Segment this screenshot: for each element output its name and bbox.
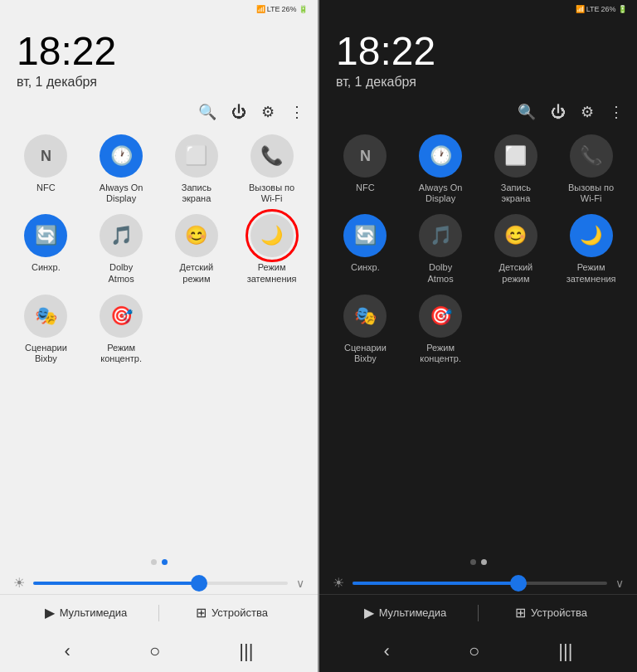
back-icon-left[interactable]: ‹ xyxy=(65,640,71,662)
tile-dark-left[interactable]: 🌙 Режимзатемнения xyxy=(239,214,304,284)
tile-dark-right[interactable]: 🌙 Режимзатемнения xyxy=(558,214,624,284)
tile-wifi-calls-label-right: Вызовы поWi-Fi xyxy=(568,183,614,204)
tile-wifi-calls-icon-right: 📞 xyxy=(570,134,613,178)
devices-icon-right: ⊞ xyxy=(515,605,526,621)
tile-aod-right[interactable]: 🕐 Always OnDisplay xyxy=(408,134,474,204)
tile-screen-record-icon-right: ⬜ xyxy=(494,134,537,178)
tile-bixby-label-left: СценарииBixby xyxy=(25,343,67,364)
tile-dolby-icon-left: 🎵 xyxy=(100,214,143,257)
media-button-right[interactable]: ▶ Мультимедиа xyxy=(333,601,478,624)
tile-sync-icon-left: 🔄 xyxy=(24,214,67,257)
tile-focus-left[interactable]: 🎯 Режимконцентр. xyxy=(89,295,154,364)
tile-aod-label-left: Always OnDisplay xyxy=(100,183,143,204)
status-bar-left: 📶 LTE 26% 🔋 xyxy=(0,0,318,15)
pagination-right xyxy=(319,549,637,572)
panel-header-left: 🔍 ⏻ ⚙ ⋮ xyxy=(0,96,318,128)
tile-kids-left[interactable]: 😊 Детскийрежим xyxy=(164,214,230,284)
clock-area-left: 18:22 вт, 1 декабря xyxy=(0,15,318,96)
media-icon-left: ▶ xyxy=(45,605,55,621)
back-icon-right[interactable]: ‹ xyxy=(384,640,390,662)
media-button-left[interactable]: ▶ Мультимедиа xyxy=(13,601,158,624)
tile-wifi-calls-icon-left: 📞 xyxy=(250,134,294,178)
tile-wifi-calls-right[interactable]: 📞 Вызовы поWi-Fi xyxy=(558,134,624,204)
recents-icon-left[interactable]: ||| xyxy=(239,640,253,662)
power-icon-left[interactable]: ⏻ xyxy=(231,104,246,121)
devices-label-left: Устройства xyxy=(212,606,268,619)
bottom-bar-left: ▶ Мультимедиа ⊞ Устройства xyxy=(0,594,318,631)
wifi-icon-left: 📶 xyxy=(256,5,265,13)
tile-nfc-icon-left: N xyxy=(24,134,67,178)
nav-bar-right: ‹ ○ ||| xyxy=(319,631,637,672)
search-icon-left[interactable]: 🔍 xyxy=(198,103,216,121)
media-icon-right: ▶ xyxy=(364,605,374,621)
slider-thumb-left xyxy=(191,575,207,592)
tile-bixby-icon-right: 🎭 xyxy=(343,295,387,338)
signal-left: LTE xyxy=(267,5,280,13)
tile-nfc-label-right: NFC xyxy=(356,183,375,193)
power-icon-right[interactable]: ⏻ xyxy=(551,104,566,121)
tile-aod-left[interactable]: 🕐 Always OnDisplay xyxy=(89,134,154,204)
status-bar-right: 📶 LTE 26% 🔋 xyxy=(319,0,637,15)
devices-button-left[interactable]: ⊞ Устройства xyxy=(159,601,304,624)
tile-screen-record-right[interactable]: ⬜ Записьэкрана xyxy=(484,134,549,204)
recents-icon-right[interactable]: ||| xyxy=(558,640,572,662)
dot-1-right xyxy=(470,559,476,565)
more-icon-left[interactable]: ⋮ xyxy=(289,103,304,121)
tile-focus-icon-left: 🎯 xyxy=(100,295,143,338)
devices-button-right[interactable]: ⊞ Устройства xyxy=(479,601,624,624)
tile-kids-label-left: Детскийрежим xyxy=(180,262,214,284)
tile-sync-label-left: Синхр. xyxy=(32,262,61,273)
media-label-left: Мультимедиа xyxy=(60,606,128,619)
brightness-expand-left[interactable]: ∨ xyxy=(296,577,304,590)
right-phone-panel: 📶 LTE 26% 🔋 18:22 вт, 1 декабря 🔍 ⏻ ⚙ ⋮ … xyxy=(319,0,637,672)
clock-time-right: 18:22 xyxy=(336,32,620,71)
dot-2-left xyxy=(162,559,168,565)
status-icons-left: 📶 LTE 26% 🔋 xyxy=(256,5,308,13)
search-icon-right[interactable]: 🔍 xyxy=(518,103,536,121)
tile-focus-label-left: Режимконцентр. xyxy=(100,343,142,364)
home-icon-right[interactable]: ○ xyxy=(469,640,479,662)
status-icons-right: 📶 LTE 26% 🔋 xyxy=(576,5,627,13)
tile-aod-icon-left: 🕐 xyxy=(100,134,143,178)
tile-wifi-calls-left[interactable]: 📞 Вызовы поWi-Fi xyxy=(239,134,304,204)
tile-kids-icon-left: 😊 xyxy=(175,214,218,257)
tile-screen-record-left[interactable]: ⬜ Записьэкрана xyxy=(164,134,230,204)
more-icon-right[interactable]: ⋮ xyxy=(609,103,624,121)
brightness-row-left: ☀ ∨ xyxy=(0,572,318,594)
media-label-right: Мультимедиа xyxy=(379,606,447,619)
tile-nfc-label-left: NFC xyxy=(36,183,56,193)
tile-screen-record-label-right: Записьэкрана xyxy=(501,183,531,204)
tile-bixby-left[interactable]: 🎭 СценарииBixby xyxy=(13,295,79,364)
tile-dark-icon-right: 🌙 xyxy=(570,214,613,257)
tile-dolby-label-left: DolbyAtmos xyxy=(109,262,134,284)
brightness-icon-left: ☀ xyxy=(13,575,25,591)
home-icon-left[interactable]: ○ xyxy=(149,640,160,662)
tile-sync-icon-right: 🔄 xyxy=(343,214,387,257)
tile-bixby-right[interactable]: 🎭 СценарииBixby xyxy=(333,295,398,364)
clock-date-left: вт, 1 декабря xyxy=(17,75,301,90)
tile-dolby-left[interactable]: 🎵 DolbyAtmos xyxy=(89,214,154,284)
clock-time-left: 18:22 xyxy=(17,32,301,71)
tile-nfc-right[interactable]: N NFC xyxy=(333,134,398,204)
tile-sync-right[interactable]: 🔄 Синхр. xyxy=(333,214,398,284)
tile-sync-left[interactable]: 🔄 Синхр. xyxy=(13,214,79,284)
clock-date-right: вт, 1 декабря xyxy=(336,75,620,90)
brightness-icon-right: ☀ xyxy=(333,575,344,591)
settings-icon-right[interactable]: ⚙ xyxy=(581,103,594,121)
left-phone-panel: 📶 LTE 26% 🔋 18:22 вт, 1 декабря 🔍 ⏻ ⚙ ⋮ … xyxy=(0,0,318,672)
tile-screen-record-icon-left: ⬜ xyxy=(175,134,218,178)
brightness-slider-right[interactable] xyxy=(353,582,607,585)
tile-dolby-right[interactable]: 🎵 DolbyAtmos xyxy=(408,214,474,284)
panel-header-right: 🔍 ⏻ ⚙ ⋮ xyxy=(319,96,637,128)
tile-focus-right[interactable]: 🎯 Режимконцентр. xyxy=(408,295,474,364)
brightness-expand-right[interactable]: ∨ xyxy=(615,577,624,590)
slider-fill-right xyxy=(353,582,518,585)
settings-icon-left[interactable]: ⚙ xyxy=(261,103,275,121)
tile-dark-icon-left: 🌙 xyxy=(250,214,294,257)
tile-kids-icon-right: 😊 xyxy=(494,214,537,257)
brightness-slider-left[interactable] xyxy=(33,582,288,585)
tile-sync-label-right: Синхр. xyxy=(351,262,380,273)
tile-dolby-label-right: DolbyAtmos xyxy=(428,262,454,284)
tile-nfc-left[interactable]: N NFC xyxy=(13,134,79,204)
tile-kids-right[interactable]: 😊 Детскийрежим xyxy=(484,214,549,284)
